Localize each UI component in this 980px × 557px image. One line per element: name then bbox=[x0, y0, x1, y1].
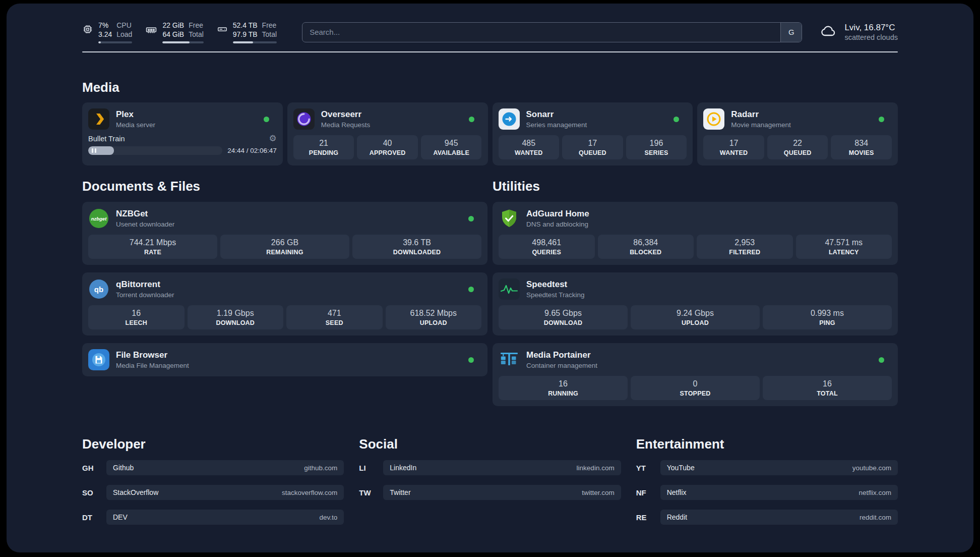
stat-box: 22QUEUED bbox=[767, 135, 828, 159]
cpu-usage-widget: 7% 3.24 CPU Load bbox=[82, 21, 132, 43]
disk-usage-widget: 52.4 TB 97.9 TB Free Total bbox=[217, 21, 277, 43]
weather-widget[interactable]: Lviv, 16.87°C scattered clouds bbox=[818, 22, 898, 42]
stat-box: 16RUNNING bbox=[499, 376, 628, 400]
cpu-label: CPU bbox=[116, 21, 132, 30]
app-name: Media Portainer bbox=[526, 350, 597, 360]
entertainment-links-section: Entertainment YT YouTube youtube.com NF … bbox=[636, 436, 898, 534]
link-reddit[interactable]: Reddit reddit.com bbox=[660, 510, 898, 525]
app-subtitle: Movie management bbox=[731, 121, 791, 129]
link-abbr: GH bbox=[82, 464, 99, 472]
weather-location: Lviv, 16.87°C bbox=[844, 22, 898, 33]
filebrowser-card[interactable]: File Browser Media File Management bbox=[82, 343, 487, 376]
cpu-percent: 7% bbox=[98, 21, 112, 30]
disk-total-label: Total bbox=[262, 30, 277, 39]
status-dot bbox=[468, 287, 474, 292]
ram-free: 22 GiB bbox=[162, 21, 184, 30]
social-section-title: Social bbox=[359, 436, 621, 452]
link-stackoverflow[interactable]: StackOverflow stackoverflow.com bbox=[106, 485, 344, 500]
search-input[interactable] bbox=[302, 23, 780, 42]
playback-progress-bar[interactable] bbox=[88, 146, 222, 155]
app-name: AdGuard Home bbox=[526, 209, 589, 219]
app-subtitle: DNS and adblocking bbox=[526, 220, 589, 228]
media-grid: Plex Media server Bullet Train ⚙ 24:44 /… bbox=[82, 102, 898, 165]
status-dot bbox=[879, 117, 884, 122]
plex-card[interactable]: Plex Media server Bullet Train ⚙ 24:44 /… bbox=[82, 102, 283, 165]
link-abbr: SO bbox=[82, 488, 99, 497]
app-subtitle: Torrent downloader bbox=[116, 291, 174, 299]
ram-total: 64 GiB bbox=[162, 30, 184, 39]
portainer-icon bbox=[499, 349, 520, 370]
speedtest-card[interactable]: Speedtest Speedtest Tracking 9.65 GbpsDO… bbox=[493, 272, 898, 336]
link-github[interactable]: Github github.com bbox=[106, 460, 344, 475]
documents-section-title: Documents & Files bbox=[82, 179, 487, 194]
app-name: Plex bbox=[116, 109, 155, 120]
adguard-card[interactable]: AdGuard Home DNS and adblocking 498,461Q… bbox=[493, 202, 898, 265]
playback-time: 24:44 / 02:06:47 bbox=[227, 147, 277, 154]
utilities-section-title: Utilities bbox=[493, 179, 898, 194]
stat-box: 16TOTAL bbox=[763, 376, 892, 400]
stat-box: 618.52 MbpsUPLOAD bbox=[386, 305, 482, 329]
link-abbr: NF bbox=[636, 488, 653, 497]
status-dot bbox=[469, 117, 474, 122]
header-divider bbox=[82, 51, 898, 52]
qbittorrent-card[interactable]: qb qBittorrent Torrent downloader 16LEEC… bbox=[82, 272, 487, 336]
stat-box: 47.571 msLATENCY bbox=[796, 235, 892, 259]
developer-links-section: Developer GH Github github.com SO StackO… bbox=[82, 436, 344, 534]
stat-box: 21PENDING bbox=[293, 135, 354, 159]
stat-box: 1.19 GbpsDOWNLOAD bbox=[188, 305, 284, 329]
svg-text:nzbget: nzbget bbox=[91, 216, 107, 221]
developer-section-title: Developer bbox=[82, 436, 344, 452]
sonarr-card[interactable]: Sonarr Series management 485WANTED 17QUE… bbox=[493, 102, 693, 165]
link-abbr: LI bbox=[359, 464, 376, 472]
stat-box: 2,953FILTERED bbox=[697, 235, 793, 259]
overseerr-icon bbox=[293, 108, 315, 130]
app-subtitle: Usenet downloader bbox=[116, 220, 174, 228]
app-subtitle: Media Requests bbox=[321, 121, 371, 129]
cpu-load-avg: 3.24 bbox=[98, 30, 112, 39]
app-subtitle: Container management bbox=[526, 362, 597, 369]
app-name: qBittorrent bbox=[116, 280, 174, 290]
cpu-icon bbox=[82, 24, 93, 35]
top-bar: 7% 3.24 CPU Load bbox=[82, 4, 898, 43]
search-bar: G bbox=[302, 22, 802, 42]
stat-box: 196SERIES bbox=[626, 135, 687, 159]
app-name: Speedtest bbox=[526, 280, 585, 290]
status-dot bbox=[468, 216, 474, 221]
disk-usage-bar bbox=[233, 41, 277, 43]
link-twitter[interactable]: Twitter twitter.com bbox=[383, 485, 621, 500]
stat-box: 471SEED bbox=[286, 305, 383, 329]
pause-icon[interactable] bbox=[92, 148, 96, 153]
ram-free-label: Free bbox=[189, 21, 204, 30]
stat-box: 39.6 TBDOWNLOADED bbox=[352, 235, 481, 259]
stat-box: 485WANTED bbox=[499, 135, 560, 159]
search-engine-button[interactable]: G bbox=[780, 23, 802, 42]
stat-box: 744.21 MbpsRATE bbox=[88, 235, 217, 259]
stat-box: 0.993 msPING bbox=[763, 305, 892, 329]
ram-icon bbox=[145, 24, 157, 36]
disk-free: 52.4 TB bbox=[233, 21, 258, 30]
radarr-card[interactable]: Radarr Movie management 17WANTED 22QUEUE… bbox=[697, 102, 898, 165]
cpu-load-label: Load bbox=[116, 30, 132, 39]
link-abbr: RE bbox=[636, 513, 653, 522]
app-subtitle: Series management bbox=[526, 121, 587, 129]
stat-box: 17QUEUED bbox=[562, 135, 623, 159]
link-dev[interactable]: DEV dev.to bbox=[106, 510, 344, 525]
cloud-icon bbox=[818, 23, 838, 41]
link-netflix[interactable]: Netflix netflix.com bbox=[660, 485, 898, 500]
stat-box: 266 GBREMAINING bbox=[220, 235, 349, 259]
app-name: Overseerr bbox=[321, 109, 371, 120]
entertainment-section-title: Entertainment bbox=[636, 436, 898, 452]
status-dot bbox=[879, 357, 884, 363]
nzbget-card[interactable]: nzbget NZBGet Usenet downloader 744.21 M… bbox=[82, 202, 487, 265]
svg-text:qb: qb bbox=[94, 285, 103, 294]
link-youtube[interactable]: YouTube youtube.com bbox=[660, 460, 898, 475]
app-name: File Browser bbox=[116, 350, 189, 360]
overseerr-card[interactable]: Overseerr Media Requests 21PENDING 40APP… bbox=[287, 102, 488, 165]
ram-total-label: Total bbox=[189, 30, 204, 39]
speedtest-icon bbox=[499, 278, 520, 300]
link-linkedin[interactable]: LinkedIn linkedin.com bbox=[383, 460, 621, 475]
portainer-card[interactable]: Media Portainer Container management 16R… bbox=[493, 343, 898, 406]
settings-gear-icon[interactable]: ⚙ bbox=[269, 134, 277, 143]
weather-condition: scattered clouds bbox=[844, 33, 898, 42]
qbittorrent-icon: qb bbox=[88, 278, 109, 300]
